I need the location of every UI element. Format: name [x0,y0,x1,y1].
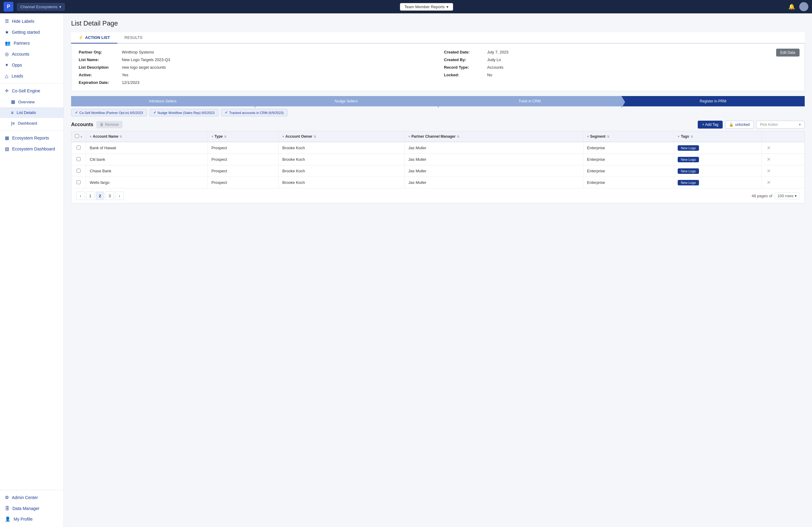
report-switcher-button[interactable]: Team Member Reports ▾ [400,3,453,11]
tab-action-list[interactable]: ⚡ ACTION LIST [71,32,117,43]
notifications-icon[interactable]: 🔔 [788,3,795,10]
sort-tags-icon: ⇅ [691,135,693,138]
workflow-step-1[interactable]: Nudge Sellers [255,96,438,106]
remove-row-button-0[interactable]: ✕ [766,145,772,151]
select-all-checkbox[interactable] [75,134,79,138]
sidebar-item-my-profile[interactable]: 👤 My Profile [0,514,63,525]
col-actions [762,131,805,142]
sidebar-item-hide-labels[interactable]: ☰ Hide Labels [0,16,63,27]
row-account-name-3: Wells fargo [86,177,208,188]
row-checkbox-cell-1 [71,154,86,165]
dashboard-icon: |≡ [11,121,15,126]
row-pcm-3: Jas Muller [405,177,583,188]
sidebar-item-admin-center[interactable]: ⚙ Admin Center [0,492,63,503]
sidebar-item-leads[interactable]: △ Leads [0,71,63,82]
sort-pcm-icon: ⇅ [457,135,459,138]
remove-row-button-1[interactable]: ✕ [766,157,772,162]
workflow-bar: Introduce SellersNudge SellersTrack in C… [71,96,805,106]
layout: ☰ Hide Labels ★ Getting started 👥 Partne… [0,13,812,527]
main-content: List Detail Page ⚡ ACTION LIST RESULTS E… [64,13,812,527]
row-account-name-1: Citi bank [86,154,208,165]
sidebar-item-data-manager[interactable]: 🗄 Data Manager [0,503,63,514]
row-checkbox-cell-2 [71,165,86,177]
opps-icon: ✦ [5,62,9,68]
sidebar-divider-2 [0,130,63,131]
filter-account-name-icon: ▾ [90,135,91,138]
new-logo-tag-3: New Logo [678,180,699,186]
workflow-badge-1: ✓Nudge Workflow (Sales Rep) 6/5/2023 [149,109,219,116]
pagination-prev[interactable]: ‹ [76,191,85,200]
data-manager-icon: 🗄 [5,506,10,511]
table-header-right: + Add Tag 🔓 unlocked Pick Action ▾ [698,121,805,129]
sidebar-item-co-sell-engine[interactable]: ✛ Co-Sell Engine [0,85,63,96]
row-checkbox-0[interactable] [76,146,81,149]
table-row: Bank of Hawaii Prospect Brooke Koch Jas … [71,142,805,154]
co-sell-icon: ✛ [5,88,9,93]
remove-button[interactable]: 🗑 Remove [96,121,122,128]
row-checkbox-3[interactable] [76,180,81,184]
rows-dropdown-icon: ▾ [795,194,797,198]
workflow-badge-2: ✓Tracked accounts in CRM (6/9/2023) [221,109,288,116]
sidebar-item-ecosystem-dashboard[interactable]: ▧ Ecosystem Dashboard [0,144,63,155]
edit-data-button[interactable]: Edit Data [776,49,799,57]
header-filter-icon: ▾ [81,135,82,138]
accounts-tbody: Bank of Hawaii Prospect Brooke Koch Jas … [71,142,805,188]
sidebar-item-overview[interactable]: ▦ Overview [0,96,63,107]
app-switcher-button[interactable]: Channel Ecosystems ▾ [17,3,65,11]
remove-row-button-3[interactable]: ✕ [766,180,772,186]
sidebar-item-list-details[interactable]: ≡ List Details [0,107,63,118]
partners-icon: 👥 [5,41,11,46]
action-list-icon: ⚡ [78,35,83,40]
rows-per-page-select[interactable]: 100 rows ▾ [774,192,799,199]
row-pcm-2: Jas Muller [405,165,583,177]
workflow-step-2[interactable]: Track in CRM [438,96,622,106]
topnav: P Channel Ecosystems ▾ Team Member Repor… [0,0,812,13]
unlocked-button[interactable]: 🔓 unlocked [725,121,754,129]
accounts-section-title: Accounts [71,122,93,127]
filter-pcm-icon: ▾ [408,135,410,138]
pagination-page-3[interactable]: 3 [105,191,114,200]
table-header-left: Accounts 🗑 Remove [71,121,122,128]
pagination-bar: ‹ 1 2 3 › 48 pages of 100 rows ▾ [71,188,805,203]
detail-row-locked: Locked: No [444,73,797,77]
user-avatar[interactable] [799,2,808,11]
sidebar-item-opps[interactable]: ✦ Opps [0,60,63,71]
row-type-1: Prospect [207,154,278,165]
row-pcm-0: Jas Muller [405,142,583,154]
admin-center-icon: ⚙ [5,495,9,500]
star-icon: ★ [5,29,9,35]
row-checkbox-1[interactable] [76,157,81,161]
row-remove-1: ✕ [762,154,805,165]
sort-segment-icon: ⇅ [607,135,609,138]
workflow-badge-0: ✓Co-Sell Workflow (Partner Opt-in) 6/5/2… [71,109,147,116]
app-dropdown-icon: ▾ [59,4,61,9]
pagination-page-2[interactable]: 2 [96,191,104,200]
sidebar-item-accounts[interactable]: ◎ Accounts [0,49,63,60]
sidebar-item-getting-started[interactable]: ★ Getting started [0,27,63,38]
row-account-name-0: Bank of Hawaii [86,142,208,154]
sidebar-item-dashboard[interactable]: |≡ Dashboard [0,118,63,129]
pagination-right: 48 pages of 100 rows ▾ [752,192,799,199]
sort-type-icon: ⇅ [224,135,227,138]
tab-results[interactable]: RESULTS [117,32,150,43]
ecosystem-dashboard-icon: ▧ [5,146,9,152]
sidebar-item-ecosystem-reports[interactable]: ▦ Ecosystem Reports [0,132,63,144]
sort-account-owner-icon: ⇅ [314,135,316,138]
new-logo-tag-1: New Logo [678,157,699,162]
check-icon-0: ✓ [75,111,78,115]
row-tag-0: New Logo [674,142,762,154]
workflow-step-0[interactable]: Introduce Sellers [71,96,255,106]
report-dropdown-icon: ▾ [446,4,449,9]
remove-row-button-2[interactable]: ✕ [766,168,772,174]
workflow-step-3[interactable]: Register in PRM [622,96,805,106]
detail-row-list-name: List Name: New Logo Targets 2023-Q3 [79,57,432,62]
row-checkbox-2[interactable] [76,169,81,173]
sidebar-item-partners[interactable]: 👥 Partners [0,38,63,49]
row-remove-2: ✕ [762,165,805,177]
detail-row-record-type: Record Type: Accounts [444,65,797,70]
pagination-next[interactable]: › [115,191,124,200]
detail-row-list-desc: List Description new logo target account… [79,65,432,70]
pick-action-select[interactable]: Pick Action ▾ [756,121,805,129]
add-tag-button[interactable]: + Add Tag [698,121,723,129]
pagination-page-1[interactable]: 1 [86,191,95,200]
